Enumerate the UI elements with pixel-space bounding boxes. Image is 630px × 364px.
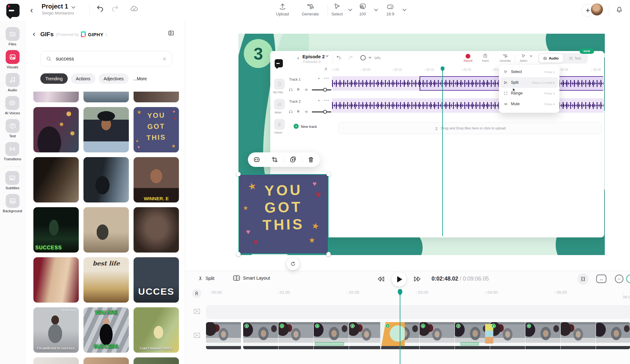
- panel-back-button[interactable]: ‹: [33, 30, 35, 38]
- notifications-bell-icon[interactable]: [615, 5, 624, 15]
- split-label: Split: [205, 276, 214, 281]
- total-duration: 0:09:06.05: [463, 276, 489, 282]
- gif-thumbnail[interactable]: [83, 207, 129, 253]
- zoom-out-button[interactable]: −: [615, 275, 623, 283]
- star-decoration: ★: [308, 236, 315, 244]
- gif-thumbnail[interactable]: [33, 257, 79, 303]
- zoom-chevron-down-icon[interactable]: [374, 7, 378, 11]
- resize-handle-nw[interactable]: [236, 172, 241, 176]
- gif-thumbnail-you-got-this[interactable]: YOU GOT THIS ★ ♥ ♥ ★ ♥ ★: [134, 107, 179, 152]
- timeline-zoom-knob[interactable]: [626, 275, 630, 283]
- editor-zoom-percent: 14%: [374, 56, 381, 60]
- animate-icon[interactable]: [248, 152, 266, 167]
- sidebar-item-files[interactable]: Files: [6, 27, 20, 46]
- gif-thumbnail[interactable]: [134, 357, 179, 364]
- canvas-gif-element[interactable]: YOU GOT THIS ★ ★ ♥ ♥ ♥ ♥ ★ ★: [238, 174, 329, 254]
- gif-thumbnail[interactable]: [83, 92, 129, 102]
- gif-thumbnail[interactable]: [83, 107, 129, 152]
- ratio-chevron-down-icon[interactable]: [403, 7, 407, 11]
- resize-handle-ne[interactable]: [326, 172, 331, 176]
- sidebar-item-transitions[interactable]: Transitions: [4, 142, 21, 161]
- project-title[interactable]: Project 1: [42, 3, 68, 10]
- chip-actions[interactable]: Actions: [71, 73, 95, 84]
- aspect-ratio-value: 16:9: [386, 12, 394, 16]
- duplicate-icon[interactable]: [284, 152, 302, 167]
- sidebar-item-visuals[interactable]: Visuals: [6, 50, 20, 69]
- undo-button[interactable]: [96, 4, 104, 14]
- magic-icon: ✦: [318, 99, 320, 102]
- gif-thumbnail[interactable]: [33, 157, 79, 202]
- gif-thumbnail[interactable]: [33, 92, 79, 102]
- zoom-value: 100: [359, 12, 366, 16]
- more-options-icon: •••: [324, 98, 329, 102]
- generate-button[interactable]: Generate: [302, 3, 319, 16]
- delete-icon[interactable]: [302, 152, 320, 167]
- sidebar-item-audio[interactable]: Audio: [6, 73, 20, 92]
- gif-thumbnail[interactable]: [134, 92, 179, 102]
- fast-forward-button[interactable]: [413, 275, 422, 285]
- resize-handle-se[interactable]: [326, 252, 331, 256]
- rewind-button[interactable]: [376, 275, 386, 285]
- back-button[interactable]: ‹: [30, 6, 33, 14]
- sidebar-item-ai-voices[interactable]: AI Voices: [5, 96, 20, 115]
- star-decoration: ★: [135, 139, 139, 143]
- gif-thumbnail[interactable]: [33, 107, 79, 152]
- gif-thumbnail-i-did-it[interactable]: I can't believe I did it.: [134, 307, 179, 353]
- scene-badge: 7: [456, 324, 461, 328]
- magic-icon: ✦: [318, 77, 320, 80]
- split-button[interactable]: ✂ Split: [198, 275, 215, 281]
- mini-ruler-label: 00:35: [559, 68, 568, 71]
- gif-thumbnail[interactable]: [83, 157, 129, 202]
- giphy-wordmark: GIPHY: [88, 32, 103, 37]
- zoom-tool-button[interactable]: 100: [358, 3, 367, 16]
- canvas-area[interactable]: 3 My Files Music Voices ‹ Episode 2 Podc…: [185, 21, 630, 271]
- gif-thumbnail-best-life[interactable]: best life: [83, 257, 129, 303]
- collapse-panel-icon[interactable]: [168, 30, 175, 38]
- chip-adjectives[interactable]: Adjectives: [99, 73, 129, 84]
- aspect-ratio-button[interactable]: 16:9: [386, 3, 394, 16]
- cloud-sync-icon[interactable]: [130, 4, 139, 14]
- scene-badge: 5: [386, 324, 390, 328]
- podcastle-logo-icon[interactable]: [6, 4, 20, 17]
- smart-layout-label: Smart Layout: [243, 276, 270, 281]
- gif-thumbnail-addicted[interactable]: The Roku Channel I'm addicted to success…: [33, 307, 79, 353]
- gif-thumbnail[interactable]: [83, 357, 129, 364]
- chip-trending[interactable]: Trending: [40, 73, 68, 84]
- marker-button[interactable]: [192, 289, 201, 298]
- avatar[interactable]: [590, 3, 604, 16]
- chip-more[interactable]: ...More: [132, 73, 148, 84]
- sidebar-item-text[interactable]: Text: [6, 119, 20, 138]
- select-tool-button[interactable]: Select: [331, 3, 343, 16]
- gif-thumbnail[interactable]: [33, 357, 79, 364]
- play-button[interactable]: [392, 272, 406, 287]
- smart-layout-button[interactable]: 12 Smart Layout: [233, 275, 270, 281]
- playhead[interactable]: [398, 289, 402, 296]
- fit-timeline-button[interactable]: ↔: [596, 275, 606, 283]
- resize-handle-sw[interactable]: [236, 252, 241, 256]
- redo-button[interactable]: [111, 4, 119, 14]
- heart-decoration: ♥: [312, 180, 317, 187]
- heart-decoration: ♥: [253, 238, 258, 247]
- track2-type-icon: [193, 332, 200, 338]
- gif-results-scroll[interactable]: YOU GOT THIS ★ ♥ ♥ ★ ♥ ★ WINNER. E SUCCE…: [25, 92, 185, 364]
- select-chevron-down-icon[interactable]: [348, 7, 352, 11]
- gif-panel: ‹ GIFs (Powered by GIPHY ) ✕ Trending Ac…: [25, 21, 185, 364]
- gif-thumbnail-winner[interactable]: WINNER. E: [134, 157, 179, 202]
- audio-toggle-option: Audio: [539, 54, 563, 63]
- snap-toggle-button[interactable]: [577, 273, 589, 285]
- gif-thumbnail-success-crowd[interactable]: UCCES: [134, 257, 179, 303]
- gif-thumbnail-you-are-success[interactable]: YOU ARE SUCCESS: [83, 307, 129, 353]
- sidebar-item-subtitles[interactable]: Subtitles: [5, 171, 19, 190]
- gif-thumbnail-success[interactable]: SUCCESS: [33, 207, 79, 253]
- project-chevron-down-icon[interactable]: [72, 5, 76, 9]
- crop-icon[interactable]: [266, 152, 284, 167]
- gif-thumbnail[interactable]: [134, 207, 179, 253]
- video-clip[interactable]: 1 2 3 4 5 6 7 8 9: [243, 322, 630, 349]
- rotate-handle[interactable]: [287, 258, 299, 270]
- upload-button[interactable]: Upload: [276, 3, 289, 16]
- clear-search-icon[interactable]: ✕: [163, 56, 167, 62]
- video-clip[interactable]: [206, 322, 242, 349]
- sidebar-item-background[interactable]: Background: [3, 194, 22, 213]
- empty-track[interactable]: [206, 305, 630, 319]
- search-input[interactable]: [56, 56, 159, 62]
